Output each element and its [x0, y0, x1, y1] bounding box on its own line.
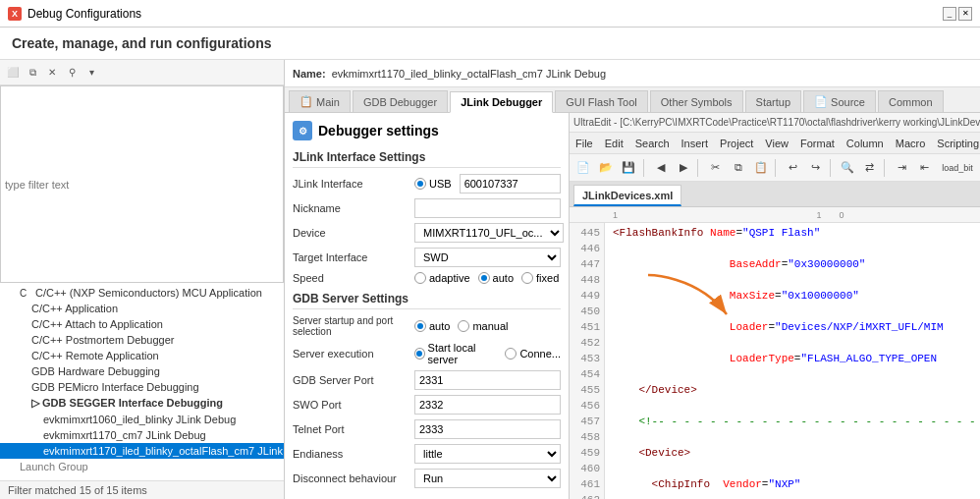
disconnect-row: Disconnect behaviour Run	[293, 469, 561, 488]
tab-other-symbols[interactable]: Other Symbols	[650, 90, 743, 112]
radio-local-server[interactable]: Start local server	[414, 342, 497, 365]
minimize-button[interactable]: _	[943, 7, 956, 21]
menu-search[interactable]: Search	[635, 138, 670, 149]
toolbar-sep3	[775, 159, 779, 177]
xml-menu-bar: File Edit Search Insert Project View For…	[570, 133, 980, 154]
radio-connect[interactable]: Conne...	[505, 348, 561, 360]
server-execution-row: Server execution Start local server Conn…	[293, 342, 561, 365]
jlink-interface-label: JLink Interface	[293, 178, 410, 190]
close-button[interactable]: ✕	[958, 7, 972, 21]
tab-main[interactable]: 📋 Main	[289, 90, 351, 112]
menu-scripting[interactable]: Scripting	[937, 138, 979, 149]
tree-label-cpp-attach: C/C++ Attach to Application	[31, 318, 163, 330]
tool-open[interactable]: 📂	[596, 157, 617, 179]
telnet-port-label: Telnet Port	[293, 423, 410, 435]
right-panel: Name: evkmimxrt1170_iled_blinky_octalFla…	[285, 60, 980, 499]
disconnect-select[interactable]: Run	[414, 469, 561, 488]
tool-undo[interactable]: ↩	[783, 157, 803, 179]
swo-port-label: SWO Port	[293, 399, 410, 411]
radio-local-server-circle[interactable]	[414, 348, 425, 360]
tree-item-gdb-pemicro[interactable]: GDB PEMicro Interface Debugging	[0, 379, 284, 395]
xml-editor-panel: UltraEdit - [C:\KerryPC\IMXRTCode\Practi…	[570, 113, 980, 499]
menu-edit[interactable]: Edit	[605, 138, 624, 149]
swo-port-input[interactable]	[414, 395, 561, 415]
filter-button[interactable]: ⚲	[63, 64, 81, 82]
radio-usb-circle[interactable]	[414, 178, 426, 190]
radio-fixed[interactable]: fixed	[521, 272, 559, 284]
toolbar-sep1	[643, 159, 647, 177]
tree-item-cpp-app[interactable]: C/C++ Application	[0, 301, 284, 316]
endianess-select[interactable]: little	[414, 444, 561, 464]
tree-item-cpp-nxp[interactable]: C C/C++ (NXP Semiconductors) MCU Applica…	[0, 285, 284, 301]
menu-column[interactable]: Column	[846, 138, 884, 149]
tab-gdb-debugger[interactable]: GDB Debugger	[353, 90, 448, 112]
radio-connect-circle[interactable]	[505, 348, 517, 360]
tool-outdent[interactable]: ⇤	[914, 157, 935, 179]
xml-code-content[interactable]: <FlashBankInfo Name="QSPI Flash" BaseAdd…	[605, 223, 980, 499]
duplicate-button[interactable]: ⧉	[24, 64, 41, 82]
tool-copy[interactable]: ⧉	[728, 157, 748, 179]
config-name-bar: Name: evkmimxrt1170_iled_blinky_octalFla…	[285, 60, 980, 87]
tool-paste[interactable]: 📋	[750, 157, 771, 179]
menu-file[interactable]: File	[575, 138, 593, 149]
filter-input[interactable]	[0, 85, 284, 283]
radio-usb[interactable]: USB	[414, 178, 452, 190]
tree-item-evk1060[interactable]: evkmimxrt1060_iled_blinky JLink Debug	[0, 412, 284, 427]
radio-auto[interactable]: auto	[478, 272, 514, 284]
tree-item-evk1170-octal[interactable]: evkmimxrt1170_iled_blinky_octalFlash_cm7…	[0, 443, 284, 459]
tree-label-cpp-nxp: C/C++ (NXP Semiconductors) MCU Applicati…	[35, 287, 262, 299]
tool-find[interactable]: 🔍	[838, 157, 858, 179]
menu-view[interactable]: View	[765, 138, 789, 149]
tool-cut[interactable]: ✂	[705, 157, 726, 179]
tab-startup[interactable]: Startup	[745, 90, 801, 112]
tree-item-cpp-postmortem[interactable]: C/C++ Postmortem Debugger	[0, 332, 284, 348]
tab-source[interactable]: 📄 Source	[803, 90, 876, 112]
menu-macro[interactable]: Macro	[896, 138, 926, 149]
tool-replace[interactable]: ⇄	[860, 157, 881, 179]
tool-back[interactable]: ◀	[651, 157, 672, 179]
tree-item-cpp-remote[interactable]: C/C++ Remote Application	[0, 348, 284, 363]
tab-gui-flash-tool[interactable]: GUI Flash Tool	[555, 90, 648, 112]
tree-item-cpp-attach[interactable]: C/C++ Attach to Application	[0, 316, 284, 332]
radio-manual-startup-circle[interactable]	[458, 320, 469, 332]
menu-project[interactable]: Project	[720, 138, 753, 149]
tab-jlink-debugger[interactable]: JLink Debugger	[450, 91, 553, 113]
tool-redo[interactable]: ↪	[805, 157, 826, 179]
tool-load-bit[interactable]: load_bit	[939, 157, 976, 179]
tree-item-evk1170[interactable]: evkmimxrt1170_cm7 JLink Debug	[0, 427, 284, 443]
radio-adaptive-circle[interactable]	[414, 272, 426, 284]
tab-common[interactable]: Common	[878, 90, 944, 112]
nickname-input[interactable]	[414, 198, 561, 218]
radio-auto-circle[interactable]	[478, 272, 490, 284]
radio-fixed-circle[interactable]	[521, 272, 533, 284]
usb-serial-input[interactable]	[460, 174, 561, 194]
tool-indent[interactable]: ⇥	[892, 157, 912, 179]
xml-filename-tab[interactable]: JLinkDevices.xml	[573, 185, 681, 206]
new-config-button[interactable]: ⬜	[4, 64, 22, 82]
tool-save[interactable]: 💾	[619, 157, 639, 179]
device-select[interactable]: MIMXRT1170_UFL_oc...	[414, 223, 564, 243]
tree-item-gdb-hardware[interactable]: GDB Hardware Debugging	[0, 363, 284, 379]
tree-item-launch-group[interactable]: Launch Group	[0, 459, 284, 474]
radio-adaptive[interactable]: adaptive	[414, 272, 470, 284]
tool-forward[interactable]: ▶	[674, 157, 694, 179]
tree-label-gdb-pemicro: GDB PEMicro Interface Debugging	[31, 381, 199, 393]
tree-item-gdb-segger[interactable]: ▷ GDB SEGGER Interface Debugging	[0, 395, 284, 412]
collapse-button[interactable]: ▾	[82, 64, 100, 82]
xml-icon-toolbar: 📄 📂 💾 ◀ ▶ ✂ ⧉ 📋 ↩ ↪ 🔍	[570, 154, 980, 182]
radio-auto-startup-circle[interactable]	[414, 320, 426, 332]
nickname-row: Nickname	[293, 198, 561, 218]
delete-button[interactable]: ✕	[43, 64, 61, 82]
gdb-port-input[interactable]	[414, 370, 561, 390]
radio-manual-startup[interactable]: manual	[458, 320, 508, 332]
tool-new[interactable]: 📄	[573, 157, 594, 179]
window-controls: _ ✕	[943, 7, 972, 21]
disconnect-label: Disconnect behaviour	[293, 472, 410, 484]
menu-insert[interactable]: Insert	[681, 138, 709, 149]
telnet-port-input[interactable]	[414, 419, 561, 439]
menu-format[interactable]: Format	[800, 138, 835, 149]
nickname-label: Nickname	[293, 202, 410, 214]
radio-auto-startup[interactable]: auto	[414, 320, 450, 332]
target-interface-select[interactable]: SWD	[414, 248, 561, 267]
xml-code-area[interactable]: 445 446 447 448 449 450 451 452 453 454 …	[570, 223, 980, 499]
